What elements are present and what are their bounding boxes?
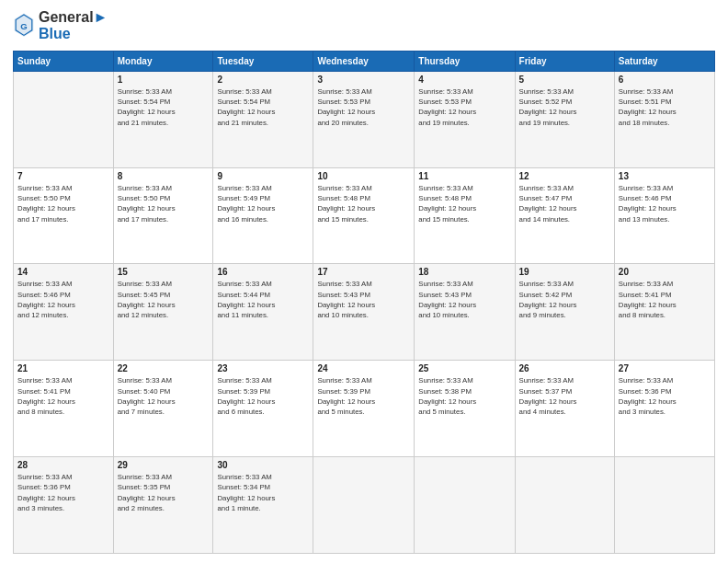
day-info: Sunrise: 5:33 AM Sunset: 5:53 PM Dayligh…: [317, 86, 410, 128]
day-info: Sunrise: 5:33 AM Sunset: 5:35 PM Dayligh…: [118, 472, 210, 513]
logo: G General► Blue: [13, 9, 108, 43]
day-number: 16: [217, 267, 309, 277]
day-number: 22: [118, 363, 210, 373]
day-number: 10: [317, 171, 410, 181]
calendar-week-4: 21Sunrise: 5:33 AM Sunset: 5:41 PM Dayli…: [14, 361, 715, 457]
day-info: Sunrise: 5:33 AM Sunset: 5:50 PM Dayligh…: [118, 183, 210, 224]
day-number: 19: [519, 267, 610, 277]
calendar-cell: 13Sunrise: 5:33 AM Sunset: 5:46 PM Dayli…: [614, 167, 714, 264]
calendar-cell: 25Sunrise: 5:33 AM Sunset: 5:38 PM Dayli…: [415, 361, 515, 457]
day-number: 4: [418, 75, 510, 85]
day-info: Sunrise: 5:33 AM Sunset: 5:36 PM Dayligh…: [17, 472, 109, 513]
calendar-week-1: 1Sunrise: 5:33 AM Sunset: 5:54 PM Daylig…: [14, 71, 715, 167]
header: G General► Blue: [13, 9, 715, 43]
calendar-week-5: 28Sunrise: 5:33 AM Sunset: 5:36 PM Dayli…: [14, 457, 715, 554]
day-info: Sunrise: 5:33 AM Sunset: 5:45 PM Dayligh…: [118, 279, 210, 320]
day-number: 15: [118, 267, 210, 277]
day-info: Sunrise: 5:33 AM Sunset: 5:40 PM Dayligh…: [118, 375, 210, 417]
day-info: Sunrise: 5:33 AM Sunset: 5:48 PM Dayligh…: [418, 183, 510, 224]
day-number: 26: [519, 363, 610, 373]
day-info: Sunrise: 5:33 AM Sunset: 5:42 PM Dayligh…: [519, 279, 610, 320]
day-header-tuesday: Tuesday: [213, 51, 313, 71]
day-info: Sunrise: 5:33 AM Sunset: 5:52 PM Dayligh…: [519, 86, 610, 128]
calendar-cell: 23Sunrise: 5:33 AM Sunset: 5:39 PM Dayli…: [213, 361, 313, 457]
day-number: 21: [17, 363, 109, 373]
day-number: 25: [418, 363, 510, 373]
day-header-saturday: Saturday: [614, 51, 714, 71]
day-number: 28: [17, 460, 109, 470]
day-number: 17: [317, 267, 410, 277]
calendar-cell: [614, 457, 714, 554]
calendar-cell: [14, 71, 114, 167]
day-header-thursday: Thursday: [415, 51, 515, 71]
day-number: 30: [217, 460, 309, 470]
calendar-cell: 24Sunrise: 5:33 AM Sunset: 5:39 PM Dayli…: [313, 361, 415, 457]
day-info: Sunrise: 5:33 AM Sunset: 5:41 PM Dayligh…: [619, 279, 711, 320]
calendar-cell: 15Sunrise: 5:33 AM Sunset: 5:45 PM Dayli…: [113, 264, 213, 361]
day-info: Sunrise: 5:33 AM Sunset: 5:48 PM Dayligh…: [317, 183, 410, 224]
day-number: 13: [619, 171, 711, 181]
calendar-cell: 6Sunrise: 5:33 AM Sunset: 5:51 PM Daylig…: [614, 71, 714, 167]
day-number: 11: [418, 171, 510, 181]
calendar-cell: 1Sunrise: 5:33 AM Sunset: 5:54 PM Daylig…: [113, 71, 213, 167]
calendar-cell: 5Sunrise: 5:33 AM Sunset: 5:52 PM Daylig…: [515, 71, 614, 167]
day-number: 7: [17, 171, 109, 181]
day-info: Sunrise: 5:33 AM Sunset: 5:54 PM Dayligh…: [118, 86, 210, 128]
day-info: Sunrise: 5:33 AM Sunset: 5:51 PM Dayligh…: [619, 86, 711, 128]
calendar-cell: 2Sunrise: 5:33 AM Sunset: 5:54 PM Daylig…: [213, 71, 313, 167]
calendar-cell: 17Sunrise: 5:33 AM Sunset: 5:43 PM Dayli…: [313, 264, 415, 361]
calendar-cell: [313, 457, 415, 554]
day-header-sunday: Sunday: [14, 51, 114, 71]
day-number: 8: [118, 171, 210, 181]
calendar-cell: 27Sunrise: 5:33 AM Sunset: 5:36 PM Dayli…: [614, 361, 714, 457]
calendar-cell: 16Sunrise: 5:33 AM Sunset: 5:44 PM Dayli…: [213, 264, 313, 361]
page: G General► Blue SundayMondayTuesdayWedne…: [0, 0, 728, 563]
day-info: Sunrise: 5:33 AM Sunset: 5:46 PM Dayligh…: [619, 183, 711, 224]
day-info: Sunrise: 5:33 AM Sunset: 5:50 PM Dayligh…: [17, 183, 109, 224]
day-number: 14: [17, 267, 109, 277]
day-number: 20: [619, 267, 711, 277]
day-info: Sunrise: 5:33 AM Sunset: 5:36 PM Dayligh…: [619, 375, 711, 417]
day-info: Sunrise: 5:33 AM Sunset: 5:38 PM Dayligh…: [418, 375, 510, 417]
calendar-header-row: SundayMondayTuesdayWednesdayThursdayFrid…: [14, 51, 715, 71]
calendar-table: SundayMondayTuesdayWednesdayThursdayFrid…: [13, 51, 715, 554]
day-info: Sunrise: 5:33 AM Sunset: 5:34 PM Dayligh…: [217, 472, 309, 513]
day-number: 2: [217, 75, 309, 85]
calendar-cell: 22Sunrise: 5:33 AM Sunset: 5:40 PM Dayli…: [113, 361, 213, 457]
day-number: 24: [317, 363, 410, 373]
calendar-cell: 4Sunrise: 5:33 AM Sunset: 5:53 PM Daylig…: [415, 71, 515, 167]
day-info: Sunrise: 5:33 AM Sunset: 5:39 PM Dayligh…: [217, 375, 309, 417]
svg-text:G: G: [20, 21, 27, 31]
calendar-cell: [515, 457, 614, 554]
day-number: 9: [217, 171, 309, 181]
day-number: 23: [217, 363, 309, 373]
day-number: 12: [519, 171, 610, 181]
day-header-wednesday: Wednesday: [313, 51, 415, 71]
calendar-cell: 18Sunrise: 5:33 AM Sunset: 5:43 PM Dayli…: [415, 264, 515, 361]
logo-icon: G: [13, 13, 35, 39]
day-info: Sunrise: 5:33 AM Sunset: 5:54 PM Dayligh…: [217, 86, 309, 128]
calendar-week-2: 7Sunrise: 5:33 AM Sunset: 5:50 PM Daylig…: [14, 167, 715, 264]
calendar-cell: 8Sunrise: 5:33 AM Sunset: 5:50 PM Daylig…: [113, 167, 213, 264]
day-number: 5: [519, 75, 610, 85]
calendar-cell: 7Sunrise: 5:33 AM Sunset: 5:50 PM Daylig…: [14, 167, 114, 264]
calendar-cell: 20Sunrise: 5:33 AM Sunset: 5:41 PM Dayli…: [614, 264, 714, 361]
day-info: Sunrise: 5:33 AM Sunset: 5:43 PM Dayligh…: [418, 279, 510, 320]
day-number: 27: [619, 363, 711, 373]
day-header-monday: Monday: [113, 51, 213, 71]
calendar-cell: 14Sunrise: 5:33 AM Sunset: 5:46 PM Dayli…: [14, 264, 114, 361]
day-info: Sunrise: 5:33 AM Sunset: 5:37 PM Dayligh…: [519, 375, 610, 417]
day-number: 6: [619, 75, 711, 85]
calendar-cell: 11Sunrise: 5:33 AM Sunset: 5:48 PM Dayli…: [415, 167, 515, 264]
calendar-cell: [415, 457, 515, 554]
day-number: 18: [418, 267, 510, 277]
day-info: Sunrise: 5:33 AM Sunset: 5:44 PM Dayligh…: [217, 279, 309, 320]
day-info: Sunrise: 5:33 AM Sunset: 5:39 PM Dayligh…: [317, 375, 410, 417]
calendar-cell: 19Sunrise: 5:33 AM Sunset: 5:42 PM Dayli…: [515, 264, 614, 361]
calendar-cell: 21Sunrise: 5:33 AM Sunset: 5:41 PM Dayli…: [14, 361, 114, 457]
day-info: Sunrise: 5:33 AM Sunset: 5:43 PM Dayligh…: [317, 279, 410, 320]
calendar-cell: 30Sunrise: 5:33 AM Sunset: 5:34 PM Dayli…: [213, 457, 313, 554]
calendar-cell: 29Sunrise: 5:33 AM Sunset: 5:35 PM Dayli…: [113, 457, 213, 554]
day-info: Sunrise: 5:33 AM Sunset: 5:47 PM Dayligh…: [519, 183, 610, 224]
day-info: Sunrise: 5:33 AM Sunset: 5:53 PM Dayligh…: [418, 86, 510, 128]
